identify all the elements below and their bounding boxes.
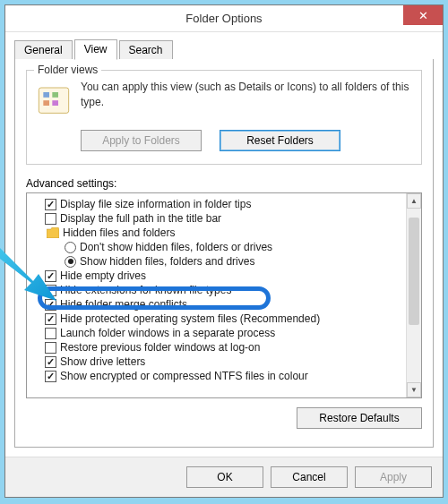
advanced-settings-listbox: Display file size information in folder … <box>26 192 422 398</box>
checkbox-icon[interactable] <box>45 199 56 210</box>
tab-general[interactable]: General <box>14 40 73 59</box>
apply-button[interactable]: Apply <box>355 466 432 488</box>
radio-icon[interactable] <box>65 242 76 253</box>
adv-item-12[interactable]: Show encrypted or compressed NTFS files … <box>29 369 404 383</box>
close-button[interactable]: ✕ <box>403 5 443 25</box>
ok-button[interactable]: OK <box>186 466 263 488</box>
adv-item-label: Hide extensions for known file types <box>60 284 231 296</box>
svg-rect-3 <box>43 100 49 106</box>
adv-item-10[interactable]: Restore previous folder windows at log-o… <box>29 340 404 355</box>
scroll-up-button[interactable]: ▲ <box>407 193 421 209</box>
window-title: Folder Options <box>185 12 262 25</box>
adv-item-8[interactable]: Hide protected operating system files (R… <box>29 312 404 326</box>
folder-icon <box>47 227 59 238</box>
scroll-thumb[interactable] <box>409 218 419 325</box>
adv-item-3[interactable]: Don't show hidden files, folders or driv… <box>29 240 404 254</box>
checkbox-icon[interactable] <box>45 342 56 354</box>
checkbox-icon[interactable] <box>45 313 56 325</box>
scroll-track[interactable] <box>407 209 421 382</box>
tab-search[interactable]: Search <box>119 40 173 59</box>
scroll-down-button[interactable]: ▼ <box>407 382 421 397</box>
adv-item-label: Display the full path in the title bar <box>60 212 221 225</box>
adv-item-label: Hide protected operating system files (R… <box>60 312 320 325</box>
svg-rect-0 <box>39 88 68 113</box>
adv-item-label: Show encrypted or compressed NTFS files … <box>60 370 308 382</box>
adv-item-11[interactable]: Show drive letters <box>29 355 404 369</box>
reset-folders-button[interactable]: Reset Folders <box>220 130 340 151</box>
checkbox-icon[interactable] <box>45 270 56 282</box>
adv-item-4[interactable]: Show hidden files, folders and drives <box>29 254 404 269</box>
folder-options-dialog: Folder Options ✕ General View Search Fol… <box>4 4 444 498</box>
adv-item-label: Show drive letters <box>60 355 145 368</box>
adv-item-0[interactable]: Display file size information in folder … <box>29 197 404 211</box>
restore-defaults-button[interactable]: Restore Defaults <box>297 407 422 429</box>
adv-item-5[interactable]: Hide empty drives <box>29 269 404 283</box>
adv-item-2: Hidden files and folders <box>29 226 404 240</box>
folder-views-icon <box>36 83 72 119</box>
cancel-button[interactable]: Cancel <box>271 466 348 488</box>
adv-item-label: Hide empty drives <box>60 269 146 282</box>
svg-rect-2 <box>52 92 58 98</box>
dialog-button-row: OK Cancel Apply <box>5 457 443 497</box>
folder-views-legend: Folder views <box>34 64 101 76</box>
adv-item-1[interactable]: Display the full path in the title bar <box>29 211 404 226</box>
radio-icon[interactable] <box>65 256 76 268</box>
tab-view[interactable]: View <box>74 39 117 60</box>
checkbox-icon[interactable] <box>45 371 56 382</box>
folder-views-group: Folder views You can apply this view (su… <box>26 70 422 165</box>
checkbox-icon[interactable] <box>45 213 56 225</box>
tab-panel-view: Folder views You can apply this view (su… <box>14 59 434 448</box>
adv-item-label: Show hidden files, folders and drives <box>80 255 254 268</box>
svg-rect-4 <box>52 100 58 106</box>
adv-item-9[interactable]: Launch folder windows in a separate proc… <box>29 326 404 340</box>
svg-rect-1 <box>43 92 49 98</box>
adv-item-label: Launch folder windows in a separate proc… <box>60 327 275 339</box>
folder-views-text: You can apply this view (such as Details… <box>81 80 412 119</box>
adv-item-label: Hide folder merge conflicts <box>60 298 187 311</box>
checkbox-icon[interactable] <box>45 356 56 368</box>
adv-item-label: Restore previous folder windows at log-o… <box>60 341 260 354</box>
adv-item-label: Hidden files and folders <box>63 226 175 239</box>
tabs: General View Search <box>14 39 434 60</box>
advanced-settings-label: Advanced settings: <box>26 177 422 190</box>
adv-item-6[interactable]: Hide extensions for known file types <box>29 283 404 297</box>
checkbox-icon[interactable] <box>45 285 56 296</box>
adv-item-7[interactable]: Hide folder merge conflicts <box>29 297 404 312</box>
titlebar: Folder Options ✕ <box>5 5 443 32</box>
adv-item-label: Display file size information in folder … <box>60 198 251 210</box>
adv-item-label: Don't show hidden files, folders or driv… <box>80 241 272 253</box>
checkbox-icon[interactable] <box>45 328 56 339</box>
checkbox-icon[interactable] <box>45 299 56 311</box>
apply-to-folders-button[interactable]: Apply to Folders <box>81 130 202 151</box>
scrollbar[interactable]: ▲ ▼ <box>406 193 421 397</box>
